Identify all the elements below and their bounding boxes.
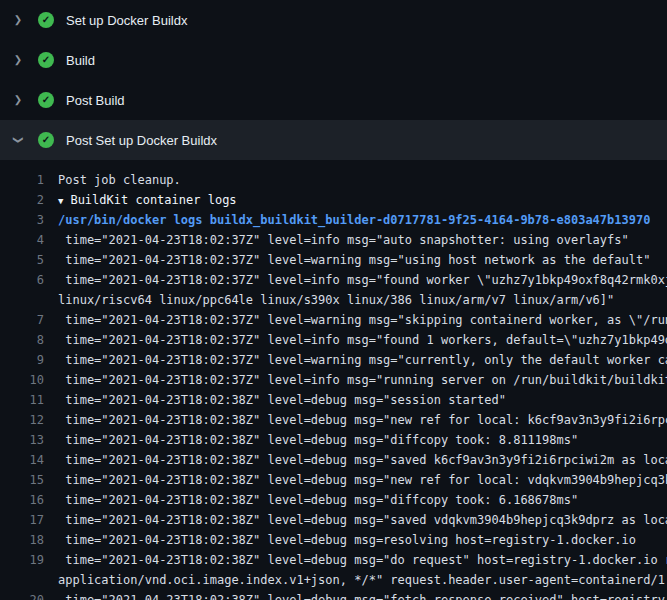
log-line-text: time="2021-04-23T18:02:38Z" level=debug …	[44, 450, 667, 470]
step-header-build[interactable]: ❯✓Build	[0, 40, 667, 80]
log-row: 6 time="2021-04-23T18:02:37Z" level=info…	[0, 270, 667, 290]
step-label: Post Set up Docker Buildx	[66, 133, 217, 148]
log-group-label: BuildKit container logs	[70, 193, 236, 207]
log-row: 13 time="2021-04-23T18:02:38Z" level=deb…	[0, 430, 667, 450]
log-line-number[interactable]: 18	[0, 530, 44, 550]
log-line-text: time="2021-04-23T18:02:38Z" level=debug …	[44, 410, 667, 430]
log-row: 14 time="2021-04-23T18:02:38Z" level=deb…	[0, 450, 667, 470]
log-row: 9 time="2021-04-23T18:02:37Z" level=warn…	[0, 350, 667, 370]
log-line-text: time="2021-04-23T18:02:37Z" level=warnin…	[44, 310, 667, 330]
log-row: 20 time="2021-04-23T18:02:38Z" level=deb…	[0, 590, 667, 600]
log-row: 12 time="2021-04-23T18:02:38Z" level=deb…	[0, 410, 667, 430]
log-line-number[interactable]: 2	[0, 190, 44, 210]
chevron-right-icon: ❯	[10, 15, 26, 25]
log-command-text: /usr/bin/docker logs buildx_buildkit_bui…	[44, 210, 650, 230]
success-check-icon: ✓	[38, 92, 54, 108]
log-row: 5 time="2021-04-23T18:02:37Z" level=warn…	[0, 250, 667, 270]
log-line-number[interactable]: 15	[0, 470, 44, 490]
log-row: 3/usr/bin/docker logs buildx_buildkit_bu…	[0, 210, 667, 230]
log-row: 8 time="2021-04-23T18:02:37Z" level=info…	[0, 330, 667, 350]
log-line-number	[0, 570, 44, 590]
log-row: 10 time="2021-04-23T18:02:37Z" level=inf…	[0, 370, 667, 390]
step-header-post-build[interactable]: ❯✓Post Build	[0, 80, 667, 120]
step-header-post-set-up-docker-buildx[interactable]: ❯✓Post Set up Docker Buildx	[0, 120, 667, 160]
log-line-number[interactable]: 9	[0, 350, 44, 370]
log-continuation-row: linux/riscv64 linux/ppc64le linux/s390x …	[0, 290, 667, 310]
log-line-text: time="2021-04-23T18:02:38Z" level=debug …	[44, 430, 578, 450]
github-actions-log-viewer: ❯✓Set up Docker Buildx❯✓Build❯✓Post Buil…	[0, 0, 667, 600]
log-row: 1Post job cleanup.	[0, 170, 667, 190]
log-line-text: time="2021-04-23T18:02:38Z" level=debug …	[44, 470, 667, 490]
log-line-number[interactable]: 1	[0, 170, 44, 190]
success-check-icon: ✓	[38, 12, 54, 28]
log-continuation-row: application/vnd.oci.image.index.v1+json,…	[0, 570, 667, 590]
log-row: 4 time="2021-04-23T18:02:37Z" level=info…	[0, 230, 667, 250]
log-line-number[interactable]: 4	[0, 230, 44, 250]
chevron-right-icon: ❯	[10, 55, 26, 65]
log-line-text: time="2021-04-23T18:02:37Z" level=info m…	[44, 230, 629, 250]
log-line-number[interactable]: 14	[0, 450, 44, 470]
log-line-text: time="2021-04-23T18:02:38Z" level=debug …	[44, 490, 578, 510]
log-line-text: time="2021-04-23T18:02:37Z" level=info m…	[44, 270, 667, 290]
log-line-number[interactable]: 13	[0, 430, 44, 450]
log-row: 18 time="2021-04-23T18:02:38Z" level=deb…	[0, 530, 667, 550]
log-line-number[interactable]: 17	[0, 510, 44, 530]
log-group-toggle[interactable]: ▼BuildKit container logs	[44, 190, 237, 210]
log-line-text: Post job cleanup.	[44, 170, 181, 190]
log-line-text: time="2021-04-23T18:02:38Z" level=debug …	[44, 390, 506, 410]
log-line-text: time="2021-04-23T18:02:37Z" level=warnin…	[44, 250, 650, 270]
log-line-number	[0, 290, 44, 310]
triangle-down-icon: ▼	[58, 196, 63, 206]
log-line-text: time="2021-04-23T18:02:38Z" level=debug …	[44, 590, 667, 600]
log-line-number[interactable]: 19	[0, 550, 44, 570]
log-row: 17 time="2021-04-23T18:02:38Z" level=deb…	[0, 510, 667, 530]
step-header-set-up-docker-buildx[interactable]: ❯✓Set up Docker Buildx	[0, 0, 667, 40]
log-line-number[interactable]: 3	[0, 210, 44, 230]
log-line-number[interactable]: 5	[0, 250, 44, 270]
log-line-number[interactable]: 7	[0, 310, 44, 330]
log-line-number[interactable]: 16	[0, 490, 44, 510]
log-line-text: time="2021-04-23T18:02:37Z" level=info m…	[44, 330, 667, 350]
log-row: 19 time="2021-04-23T18:02:38Z" level=deb…	[0, 550, 667, 570]
log-row: 16 time="2021-04-23T18:02:38Z" level=deb…	[0, 490, 667, 510]
chevron-right-icon: ❯	[10, 95, 26, 105]
chevron-down-icon: ❯	[13, 132, 23, 148]
log-line-number[interactable]: 8	[0, 330, 44, 350]
log-line-text: time="2021-04-23T18:02:38Z" level=debug …	[44, 550, 667, 570]
steps-list: ❯✓Set up Docker Buildx❯✓Build❯✓Post Buil…	[0, 0, 667, 160]
log-area: 1Post job cleanup.2▼BuildKit container l…	[0, 160, 667, 600]
log-line-number[interactable]: 10	[0, 370, 44, 390]
success-check-icon: ✓	[38, 132, 54, 148]
step-label: Build	[66, 53, 95, 68]
log-row: 11 time="2021-04-23T18:02:38Z" level=deb…	[0, 390, 667, 410]
step-label: Post Build	[66, 93, 125, 108]
log-line-text: time="2021-04-23T18:02:38Z" level=debug …	[44, 510, 667, 530]
log-row: 15 time="2021-04-23T18:02:38Z" level=deb…	[0, 470, 667, 490]
log-line-text: time="2021-04-23T18:02:37Z" level=warnin…	[44, 350, 667, 370]
log-line-text: time="2021-04-23T18:02:38Z" level=debug …	[44, 530, 636, 550]
log-line-number[interactable]: 12	[0, 410, 44, 430]
log-row: 7 time="2021-04-23T18:02:37Z" level=warn…	[0, 310, 667, 330]
step-label: Set up Docker Buildx	[66, 13, 187, 28]
success-check-icon: ✓	[38, 52, 54, 68]
log-line-number[interactable]: 6	[0, 270, 44, 290]
log-row: 2▼BuildKit container logs	[0, 190, 667, 210]
log-line-number[interactable]: 11	[0, 390, 44, 410]
log-line-number[interactable]: 20	[0, 590, 44, 600]
log-line-text: application/vnd.oci.image.index.v1+json,…	[44, 570, 667, 590]
log-line-text: linux/riscv64 linux/ppc64le linux/s390x …	[44, 290, 614, 310]
log-line-text: time="2021-04-23T18:02:37Z" level=info m…	[44, 370, 667, 390]
